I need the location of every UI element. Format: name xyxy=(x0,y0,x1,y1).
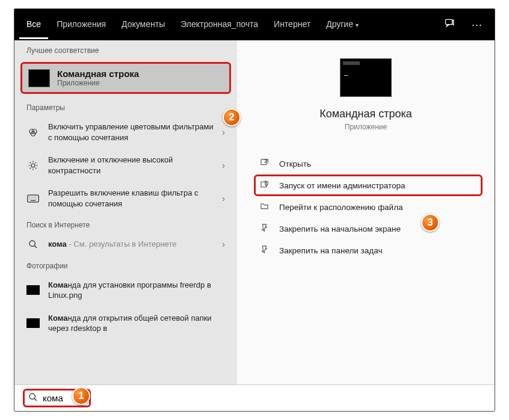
category-tabs: Все Приложения Документы Электронная_поч… xyxy=(14,9,495,40)
folder-icon xyxy=(259,202,270,212)
more-icon[interactable]: ··· xyxy=(464,19,490,31)
tab-internet[interactable]: Интернет xyxy=(267,11,318,39)
photo-label: Команда для открытия общей сетевой папки… xyxy=(48,313,225,334)
tab-docs[interactable]: Документы xyxy=(114,11,172,39)
chevron-right-icon: › xyxy=(222,128,225,137)
preview-panel: Командная строка Приложение Открыть Запу… xyxy=(237,40,495,384)
svg-point-9 xyxy=(29,394,35,399)
svg-point-4 xyxy=(31,164,35,167)
action-label: Закрепить на начальном экране xyxy=(279,224,401,233)
setting-color-filters[interactable]: Включить управление цветовыми фильтрами … xyxy=(14,116,237,149)
search-icon xyxy=(26,239,40,249)
svg-rect-5 xyxy=(28,195,39,202)
open-icon xyxy=(259,158,270,169)
tab-other[interactable]: Другие▾ xyxy=(319,11,366,39)
chevron-right-icon: › xyxy=(222,239,225,249)
image-thumb-icon xyxy=(26,318,40,328)
annotation-badge-3: 3 xyxy=(421,214,439,232)
results-panel: Лучшее соответствие Командная строка При… xyxy=(14,40,237,384)
tab-email[interactable]: Электронная_почта xyxy=(173,11,265,39)
best-match-subtitle: Приложение xyxy=(57,79,139,87)
cmd-icon xyxy=(28,69,50,87)
section-settings: Параметры xyxy=(14,97,237,116)
actions-list: Открыть Запуск от имени администратора П… xyxy=(249,153,483,261)
section-web: Поиск в Интернете xyxy=(14,215,237,233)
image-thumb-icon xyxy=(26,285,40,295)
photo-result-1[interactable]: Команда для установки программы freerdp … xyxy=(14,274,237,307)
photo-result-2[interactable]: Команда для открытия общей сетевой папки… xyxy=(14,307,237,340)
setting-filter-keys[interactable]: Разрешить включение клавиш фильтра с пом… xyxy=(14,182,237,215)
action-label: Закрепить на панели задач xyxy=(279,246,382,255)
best-match-cmd[interactable]: Командная строка Приложение xyxy=(20,62,231,94)
setting-label: Включить управление цветовыми фильтрами … xyxy=(48,122,214,143)
section-best-match: Лучшее соответствие xyxy=(14,40,237,58)
chevron-right-icon: › xyxy=(222,161,225,170)
action-open-location[interactable]: Перейти к расположению файла xyxy=(254,196,483,218)
web-search-label: кома - См. результаты в Интернете xyxy=(48,239,214,250)
preview-subtitle: Приложение xyxy=(345,123,387,131)
action-pin-start[interactable]: Закрепить на начальном экране xyxy=(254,218,483,239)
action-run-as-admin[interactable]: Запуск от имени администратора xyxy=(254,174,483,196)
chevron-down-icon: ▾ xyxy=(356,22,359,28)
cmd-large-icon xyxy=(340,58,392,97)
svg-point-6 xyxy=(29,241,35,246)
preview-title: Командная строка xyxy=(319,108,412,120)
search-window: Все Приложения Документы Электронная_поч… xyxy=(14,8,495,412)
setting-label: Включение и отключение высокой контрастн… xyxy=(48,155,214,176)
action-open[interactable]: Открыть xyxy=(254,153,483,174)
brightness-icon xyxy=(26,160,40,171)
tab-all[interactable]: Все xyxy=(19,11,48,39)
keyboard-icon xyxy=(26,194,40,203)
pin-start-icon xyxy=(259,223,270,234)
chevron-right-icon: › xyxy=(222,194,225,203)
action-label: Запуск от имени администратора xyxy=(279,181,406,190)
feedback-icon[interactable] xyxy=(437,17,463,32)
section-photos: Фотографии xyxy=(14,256,237,274)
action-label: Перейти к расположению файла xyxy=(279,203,403,212)
setting-label: Разрешить включение клавиш фильтра с пом… xyxy=(48,188,214,209)
annotation-badge-1: 1 xyxy=(72,387,90,405)
setting-high-contrast[interactable]: Включение и отключение высокой контрастн… xyxy=(14,149,237,182)
best-match-title: Командная строка xyxy=(57,69,139,79)
tab-apps[interactable]: Приложения xyxy=(49,11,113,39)
action-pin-taskbar[interactable]: Закрепить на панели задач xyxy=(254,239,483,261)
action-label: Открыть xyxy=(279,159,311,168)
web-search-result[interactable]: кома - См. результаты в Интернете › xyxy=(14,233,237,256)
admin-shield-icon xyxy=(259,180,270,191)
annotation-badge-2: 2 xyxy=(223,108,241,126)
search-icon xyxy=(28,392,38,404)
pin-taskbar-icon xyxy=(259,245,270,256)
color-filter-icon xyxy=(26,127,40,138)
photo-label: Команда для установки программы freerdp … xyxy=(48,280,225,301)
